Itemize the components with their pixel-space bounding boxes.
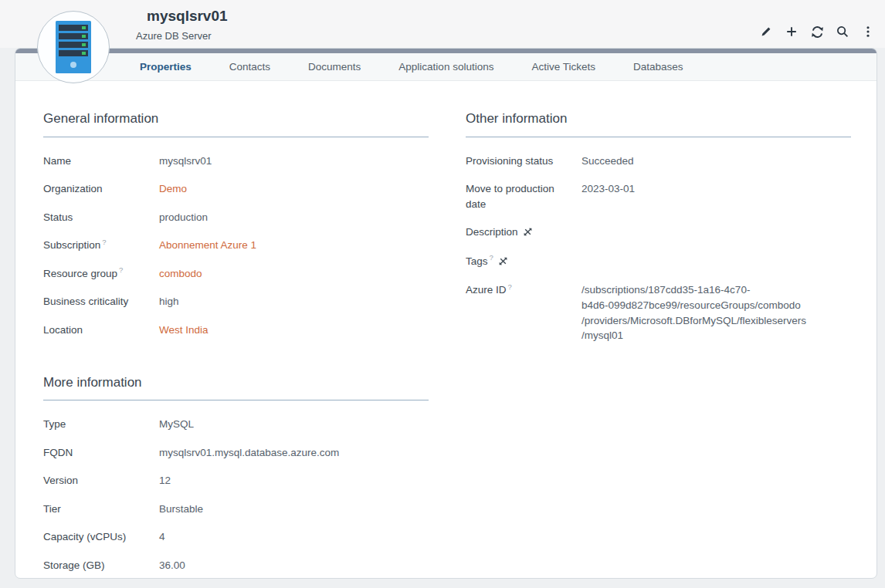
field-row-location: LocationWest India — [43, 323, 429, 338]
object-class-label: Azure DB Server — [136, 29, 212, 44]
field-label-text: Subscription — [43, 239, 100, 251]
expand-field-button[interactable] — [524, 225, 532, 241]
field-row-move-to-production-date: Move to production date2023-03-01 — [466, 181, 851, 211]
field-label-text: Status — [43, 211, 73, 223]
field-row-tags: Tags? — [466, 254, 851, 270]
edit-button[interactable] — [758, 23, 775, 40]
right-column: Other information Provisioning statusSuc… — [466, 110, 851, 573]
field-label: Resource group? — [43, 266, 159, 282]
section-title: Other information — [466, 110, 851, 137]
field-row-description: Description — [466, 225, 851, 241]
more-actions-button[interactable] — [860, 23, 877, 40]
section-more-information: More information TypeMySQLFQDNmysqlsrv01… — [43, 373, 429, 573]
search-button[interactable] — [834, 23, 851, 40]
help-indicator: ? — [490, 253, 493, 262]
field-label-text: Organization — [43, 183, 103, 194]
more-fields: TypeMySQLFQDNmysqlsrv01.mysql.database.a… — [43, 417, 429, 573]
refresh-icon — [811, 25, 824, 39]
tab-properties[interactable]: Properties — [140, 59, 192, 75]
field-label: Type — [43, 417, 159, 432]
field-label: Description — [466, 225, 582, 241]
field-row-version: Version12 — [43, 473, 429, 488]
field-label-text: Name — [43, 155, 71, 167]
page-title: mysqlsrv01 — [147, 5, 228, 27]
field-label: Storage (GB) — [43, 558, 159, 573]
section-general-information: General information Namemysqlsrv01Organi… — [43, 110, 429, 338]
field-label: Move to production date — [466, 181, 582, 211]
left-column: General information Namemysqlsrv01Organi… — [43, 110, 429, 573]
field-row-fqdn: FQDNmysqlsrv01.mysql.database.azure.com — [43, 445, 429, 461]
field-value: 4 — [159, 529, 429, 545]
help-indicator: ? — [508, 282, 512, 291]
field-label: Capacity (vCPUs) — [43, 529, 159, 545]
plus-icon — [785, 25, 798, 38]
field-row-resource-group: Resource group?combodo — [43, 266, 429, 282]
server-icon — [56, 21, 91, 73]
field-value: 12 — [159, 473, 429, 488]
field-value-link[interactable]: Demo — [159, 181, 429, 197]
field-row-organization: OrganizationDemo — [43, 181, 429, 197]
field-value: /subscriptions/187cdd35-1a16-4c70- b4d6-… — [582, 282, 851, 343]
tab-application-solutions[interactable]: Application solutions — [398, 59, 493, 75]
tab-documents[interactable]: Documents — [308, 59, 361, 75]
section-other-information: Other information Provisioning statusSuc… — [466, 110, 851, 343]
pencil-icon — [760, 25, 772, 38]
field-row-tier: TierBurstable — [43, 502, 429, 517]
section-title: More information — [43, 373, 429, 401]
field-label: Tags? — [466, 254, 582, 270]
field-value: Burstable — [159, 502, 429, 517]
field-row-status: Statusproduction — [43, 210, 429, 225]
field-label-text: Provisioning status — [466, 155, 553, 167]
expand-arrows-icon — [499, 257, 507, 265]
magnifier-icon — [836, 25, 849, 38]
field-value-link[interactable]: West India — [159, 323, 429, 338]
field-label: Azure ID? — [466, 282, 582, 343]
header-band — [0, 0, 885, 48]
field-value: Succeeded — [582, 154, 851, 169]
object-avatar — [37, 11, 110, 83]
field-label: Business criticality — [43, 294, 159, 309]
field-label-text: FQDN — [43, 447, 73, 458]
field-label-text: Tags — [466, 255, 488, 267]
expand-field-button[interactable] — [499, 255, 507, 270]
section-title: General information — [43, 110, 429, 137]
properties-panel: General information Namemysqlsrv01Organi… — [15, 81, 877, 573]
field-row-type: TypeMySQL — [43, 417, 429, 432]
field-value: 36.00 — [159, 558, 429, 573]
field-value: MySQL — [159, 417, 429, 432]
field-row-storage-gb: Storage (GB)36.00 — [43, 558, 429, 573]
new-object-button[interactable] — [783, 23, 800, 40]
refresh-button[interactable] — [809, 23, 826, 40]
field-label-text: Description — [466, 226, 518, 238]
field-value-link[interactable]: combodo — [159, 266, 429, 282]
general-fields: Namemysqlsrv01OrganizationDemoStatusprod… — [43, 154, 429, 338]
help-indicator: ? — [119, 265, 123, 274]
field-label: Organization — [43, 181, 159, 197]
field-row-capacity-vcpus: Capacity (vCPUs)4 — [43, 529, 429, 545]
field-row-subscription: Subscription?Abonnement Azure 1 — [43, 238, 429, 253]
field-value: high — [159, 294, 429, 309]
tab-databases[interactable]: Databases — [633, 59, 683, 75]
field-value-link[interactable]: Abonnement Azure 1 — [159, 238, 429, 253]
header-actions — [758, 23, 877, 40]
field-label-text: Location — [43, 324, 83, 336]
field-label: FQDN — [43, 445, 159, 461]
field-label: Location — [43, 323, 159, 338]
kebab-menu-icon — [862, 25, 874, 38]
other-fields: Provisioning statusSucceededMove to prod… — [466, 154, 851, 343]
tab-active-tickets[interactable]: Active Tickets — [531, 59, 595, 75]
field-row-provisioning-status: Provisioning statusSucceeded — [466, 154, 851, 169]
field-label: Subscription? — [43, 238, 159, 253]
field-value — [582, 225, 851, 241]
field-value — [582, 254, 851, 270]
object-details-card: PropertiesContactsDocumentsApplication s… — [15, 48, 877, 579]
field-label-text: Version — [43, 475, 78, 486]
field-label-text: Business criticality — [43, 296, 128, 307]
field-label-text: Resource group — [43, 268, 117, 279]
tab-contacts[interactable]: Contacts — [229, 59, 270, 75]
field-row-name: Namemysqlsrv01 — [43, 154, 429, 169]
field-label: Version — [43, 473, 159, 488]
field-label: Provisioning status — [466, 154, 582, 169]
field-label-text: Type — [43, 418, 66, 430]
field-label: Status — [43, 210, 159, 225]
